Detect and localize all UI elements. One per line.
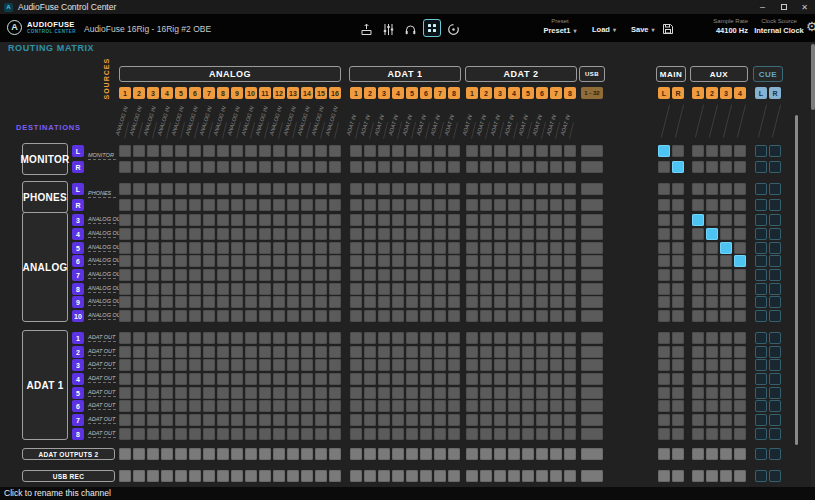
matrix-cell-analog-out-9-cue-R[interactable] xyxy=(769,296,781,308)
matrix-cell-adat1-out-4-analog-9[interactable] xyxy=(231,373,243,385)
matrix-cell-adat1-out-7-adat1-7[interactable] xyxy=(434,414,446,426)
matrix-cell-phones-L-analog-5[interactable] xyxy=(175,183,187,195)
matrix-cell-analog-out-7-adat2-4[interactable] xyxy=(508,269,520,281)
matrix-cell-phones-R-main-L[interactable] xyxy=(658,199,670,211)
destination-channel-name-field[interactable]: ADAT OUT xyxy=(88,429,116,438)
matrix-cell-adat1-out-1-adat1-1[interactable] xyxy=(350,332,362,344)
source-channel-analog-9[interactable]: 9 xyxy=(231,87,243,99)
matrix-cell-adat1-out-4-adat2-7[interactable] xyxy=(550,373,562,385)
matrix-cell-adat1-out-3-adat1-4[interactable] xyxy=(392,359,404,371)
matrix-cell-analog-out-5-analog-14[interactable] xyxy=(301,242,313,254)
matrix-cell-monitor-R-analog-16[interactable] xyxy=(329,161,341,173)
matrix-cell-phones-L-adat2-2[interactable] xyxy=(480,183,492,195)
matrix-cell-monitor-L-aux-3[interactable] xyxy=(720,145,732,157)
destination-channel-name-field[interactable]: ANALOG OUT xyxy=(88,311,116,320)
matrix-cell-adat1-out-8-adat1-2[interactable] xyxy=(364,428,376,440)
matrix-cell-analog-out-5-usb-1-32[interactable] xyxy=(581,242,603,254)
matrix-cell-adat1-out-2-analog-14[interactable] xyxy=(301,346,313,358)
matrix-cell-phones-R-adat2-4[interactable] xyxy=(508,199,520,211)
matrix-cell-adat1-out-4-analog-1[interactable] xyxy=(119,373,131,385)
matrix-cell-monitor-R-adat2-1[interactable] xyxy=(466,161,478,173)
matrix-cell-adat1-out-2-analog-2[interactable] xyxy=(133,346,145,358)
destination-channel-name-field[interactable]: ANALOG OUT xyxy=(88,229,116,238)
matrix-cell-adat1-out-5-usb-1-32[interactable] xyxy=(581,387,603,399)
matrix-cell-analog-out-3-analog-6[interactable] xyxy=(189,214,201,226)
source-channel-aux-3[interactable]: 3 xyxy=(720,87,732,99)
matrix-cell-analog-out-10-analog-1[interactable] xyxy=(119,310,131,322)
destination-channel-analog-out-6[interactable]: 6 xyxy=(72,255,84,267)
matrix-cell-adat1-out-6-aux-1[interactable] xyxy=(692,400,704,412)
matrix-cell-adat1-out-6-analog-6[interactable] xyxy=(189,400,201,412)
matrix-cell-adat1-out-7-analog-10[interactable] xyxy=(245,414,257,426)
matrix-cell-analog-out-4-analog-6[interactable] xyxy=(189,228,201,240)
matrix-cell-analog-out-5-analog-8[interactable] xyxy=(217,242,229,254)
matrix-cell-analog-out-3-analog-9[interactable] xyxy=(231,214,243,226)
matrix-cell-analog-out-6-adat2-5[interactable] xyxy=(522,255,534,267)
matrix-cell-adat1-out-3-cue-L[interactable] xyxy=(755,359,767,371)
matrix-cell-analog-out-6-analog-5[interactable] xyxy=(175,255,187,267)
matrix-cell-adat1-out-1-adat2-1[interactable] xyxy=(466,332,478,344)
matrix-cell-adat1-out-8-adat1-3[interactable] xyxy=(378,428,390,440)
matrix-cell-adat1-out-1-adat2-3[interactable] xyxy=(494,332,506,344)
matrix-cell-adat1-out-8-adat1-7[interactable] xyxy=(434,428,446,440)
matrix-cell-analog-out-3-adat1-2[interactable] xyxy=(364,214,376,226)
matrix-cell-adat1-out-5-aux-1[interactable] xyxy=(692,387,704,399)
matrix-cell-adat1-out-4-main-R[interactable] xyxy=(672,373,684,385)
matrix-cell-adat-outputs-2-main-R[interactable] xyxy=(672,448,684,460)
matrix-cell-adat1-out-7-aux-2[interactable] xyxy=(706,414,718,426)
matrix-cell-adat-outputs-2-adat1-7[interactable] xyxy=(434,448,446,460)
matrix-cell-adat-outputs-2-adat2-8[interactable] xyxy=(564,448,576,460)
matrix-cell-analog-out-5-analog-13[interactable] xyxy=(287,242,299,254)
destination-channel-phones-L[interactable]: L xyxy=(72,183,84,195)
matrix-cell-adat1-out-5-adat1-3[interactable] xyxy=(378,387,390,399)
matrix-cell-phones-R-adat2-5[interactable] xyxy=(522,199,534,211)
matrix-cell-analog-out-3-adat2-1[interactable] xyxy=(466,214,478,226)
matrix-cell-analog-out-3-adat1-5[interactable] xyxy=(406,214,418,226)
matrix-cell-monitor-L-adat2-2[interactable] xyxy=(480,145,492,157)
matrix-cell-analog-out-10-main-L[interactable] xyxy=(658,310,670,322)
matrix-cell-adat1-out-2-adat1-6[interactable] xyxy=(420,346,432,358)
matrix-cell-analog-out-3-analog-15[interactable] xyxy=(315,214,327,226)
matrix-cell-analog-out-7-analog-1[interactable] xyxy=(119,269,131,281)
matrix-cell-monitor-L-adat1-6[interactable] xyxy=(420,145,432,157)
matrix-cell-phones-L-adat1-4[interactable] xyxy=(392,183,404,195)
matrix-cell-analog-out-6-adat2-4[interactable] xyxy=(508,255,520,267)
matrix-cell-phones-L-adat2-1[interactable] xyxy=(466,183,478,195)
matrix-cell-adat1-out-5-aux-3[interactable] xyxy=(720,387,732,399)
matrix-cell-adat1-out-5-adat1-6[interactable] xyxy=(420,387,432,399)
matrix-cell-adat1-out-5-adat1-1[interactable] xyxy=(350,387,362,399)
matrix-cell-adat-outputs-2-cue-R[interactable] xyxy=(769,448,781,460)
matrix-cell-analog-out-8-analog-3[interactable] xyxy=(147,283,159,295)
matrix-cell-adat1-out-4-analog-10[interactable] xyxy=(245,373,257,385)
matrix-cell-analog-out-8-adat1-3[interactable] xyxy=(378,283,390,295)
matrix-cell-adat1-out-1-analog-7[interactable] xyxy=(203,332,215,344)
matrix-cell-adat1-out-2-cue-L[interactable] xyxy=(755,346,767,358)
matrix-cell-adat1-out-2-adat2-6[interactable] xyxy=(536,346,548,358)
matrix-cell-usb-rec-adat2-6[interactable] xyxy=(536,470,548,482)
matrix-cell-monitor-R-aux-1[interactable] xyxy=(692,161,704,173)
matrix-cell-adat1-out-8-analog-9[interactable] xyxy=(231,428,243,440)
matrix-cell-adat1-out-6-analog-10[interactable] xyxy=(245,400,257,412)
matrix-cell-monitor-L-analog-7[interactable] xyxy=(203,145,215,157)
matrix-cell-analog-out-7-adat1-5[interactable] xyxy=(406,269,418,281)
matrix-cell-monitor-L-adat1-3[interactable] xyxy=(378,145,390,157)
matrix-cell-analog-out-10-cue-L[interactable] xyxy=(755,310,767,322)
matrix-cell-adat1-out-1-adat1-3[interactable] xyxy=(378,332,390,344)
destination-channel-name-field[interactable]: ADAT OUT xyxy=(88,401,116,410)
matrix-cell-adat1-out-7-analog-14[interactable] xyxy=(301,414,313,426)
matrix-cell-analog-out-7-analog-8[interactable] xyxy=(217,269,229,281)
matrix-cell-adat1-out-7-analog-6[interactable] xyxy=(189,414,201,426)
matrix-cell-analog-out-3-main-L[interactable] xyxy=(658,214,670,226)
matrix-cell-monitor-R-main-R[interactable] xyxy=(672,161,684,173)
matrix-cell-analog-out-7-analog-14[interactable] xyxy=(301,269,313,281)
matrix-cell-analog-out-5-adat2-6[interactable] xyxy=(536,242,548,254)
matrix-cell-analog-out-7-adat2-3[interactable] xyxy=(494,269,506,281)
matrix-cell-adat1-out-1-analog-10[interactable] xyxy=(245,332,257,344)
matrix-cell-adat1-out-3-analog-8[interactable] xyxy=(217,359,229,371)
matrix-cell-adat1-out-4-adat1-1[interactable] xyxy=(350,373,362,385)
matrix-cell-adat1-out-5-cue-L[interactable] xyxy=(755,387,767,399)
matrix-cell-analog-out-5-analog-16[interactable] xyxy=(329,242,341,254)
matrix-cell-monitor-R-analog-6[interactable] xyxy=(189,161,201,173)
matrix-cell-monitor-L-usb-1-32[interactable] xyxy=(581,145,603,157)
matrix-cell-adat1-out-3-analog-7[interactable] xyxy=(203,359,215,371)
